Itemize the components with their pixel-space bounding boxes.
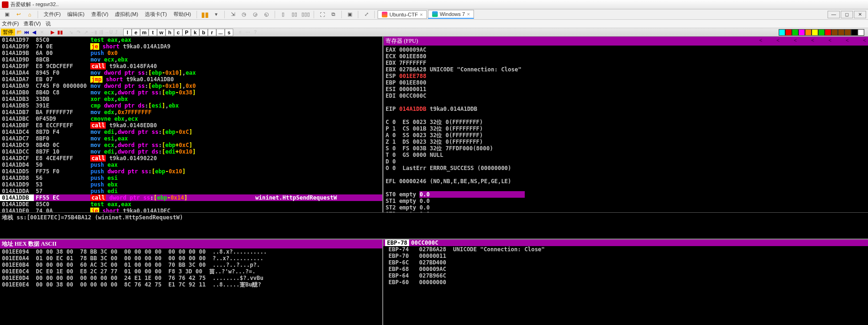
tab-ubuntu[interactable]: Ubuntu-CTF × xyxy=(378,10,427,19)
disasm-row[interactable]: 014A1D9FE8 9CDCFEFFcall t9ka0.0148FA40 xyxy=(0,63,382,70)
disasm-row[interactable]: 014A1DCC8B7F 10mov edi,dword ptr ds:[edi… xyxy=(0,148,382,155)
toolbar-letter-h[interactable]: h xyxy=(166,29,174,36)
menu-tabs[interactable]: 选项卡(T) xyxy=(142,10,170,19)
menu-view[interactable]: 查看(V) xyxy=(88,10,111,19)
hexdump-pane[interactable]: 地址 HEX 数据 ASCII 001EE094 00 00 38 00 78 … xyxy=(0,240,383,325)
toolbar-letter-k[interactable]: k xyxy=(191,29,199,36)
app-menu-file[interactable]: 文件(F) xyxy=(2,20,19,27)
color-brown3[interactable] xyxy=(844,29,851,36)
toolbar-letter-P[interactable]: P xyxy=(182,29,191,36)
color-cyan[interactable] xyxy=(779,29,785,36)
fullscreen-icon[interactable]: ⛶ xyxy=(317,10,327,19)
disasm-row[interactable]: 014A1D9785C0test eax,eax xyxy=(0,37,382,43)
trace-icon[interactable]: ⇶ xyxy=(97,29,105,36)
disasm-row[interactable]: 014A1DA48945 F0mov dword ptr ss:[ebp-0x1… xyxy=(0,70,382,76)
toolbar-letter-s[interactable]: s xyxy=(225,29,233,36)
color-orange[interactable] xyxy=(805,29,812,36)
minimize-button[interactable]: — xyxy=(828,11,840,18)
disasm-row[interactable]: 014A1DD953push ebx xyxy=(0,181,382,188)
snapshot-icon[interactable]: ◷ xyxy=(239,10,249,19)
layout2-icon[interactable]: ▯▯ xyxy=(289,10,300,19)
disasm-row[interactable]: 014A1D9D8BCBmov ecx,ebx xyxy=(0,56,382,63)
send-ctrlaltdel-icon[interactable]: ⇲ xyxy=(228,10,238,19)
disasm-row[interactable]: 014A1DCFE8 4CE4FEFFcall t9ka0.01490220 xyxy=(0,155,382,162)
pause-icon[interactable]: ▮▮ xyxy=(200,10,210,19)
layout1-icon[interactable]: ▯ xyxy=(278,10,288,19)
color-brown2[interactable] xyxy=(838,29,844,36)
app-menu-misc[interactable]: 说 xyxy=(46,20,51,27)
maximize-button[interactable]: ◻ xyxy=(841,11,853,18)
runtill-icon[interactable]: →▮ xyxy=(90,29,97,36)
menu-file[interactable]: 文件(F) xyxy=(41,10,63,19)
color-green2[interactable] xyxy=(818,29,825,36)
app-menu-view[interactable]: 查看(V) xyxy=(24,20,41,27)
disasm-row[interactable]: 014A1DC78BF0mov esi,eax xyxy=(0,135,382,142)
tab-windows[interactable]: Windows 7 × xyxy=(428,10,474,19)
toolbar-letter-w[interactable]: w xyxy=(157,29,166,36)
registers-scroll[interactable]: <<<<<<< xyxy=(759,37,866,45)
list-icon[interactable]: ≡ xyxy=(237,29,244,36)
disasm-row[interactable]: 014A1DBC0F45D9cmovne ebx,ecx xyxy=(0,116,382,122)
disasm-row[interactable]: 014A1DD5FF75 F0push dword ptr ss:[ebp-0x… xyxy=(0,168,382,175)
toolbar-letter-c[interactable]: c xyxy=(174,29,182,36)
disasm-row[interactable]: 014A1DC48B7D F4mov edi,dword ptr ss:[ebp… xyxy=(0,129,382,135)
menu-edit[interactable]: 编辑(E) xyxy=(64,10,87,19)
disasm-row[interactable]: 014A1DBFE8 ECCFFEFFcall t9ka0.0148EDB0 xyxy=(0,122,382,129)
toolbar-letter-r[interactable]: r xyxy=(208,29,216,36)
close-icon[interactable]: × xyxy=(420,12,423,17)
vm-icon[interactable]: ▣ xyxy=(2,10,12,19)
rewind-icon[interactable]: ⏮ xyxy=(23,29,31,36)
help-icon[interactable]: ? xyxy=(252,29,259,36)
unity-icon[interactable]: ⧉ xyxy=(328,10,339,19)
options-icon[interactable]: ⋯ xyxy=(244,29,252,36)
disasm-row[interactable]: 014A1DB7BA FFFFFF7Fmov edx,0x7FFFFFFF xyxy=(0,109,382,116)
color-yellow[interactable] xyxy=(812,29,818,36)
disasm-row[interactable]: 014A1DC98B4D 0Cmov ecx,dword ptr ss:[ebp… xyxy=(0,142,382,148)
toolbar-letter-...[interactable]: ... xyxy=(216,29,225,36)
stack-pane[interactable]: EBP-78 00CC000C EBP-74 027B6A28 UNICODE … xyxy=(383,240,868,325)
close-icon[interactable]: × xyxy=(467,11,470,17)
runtouser-icon[interactable]: →U xyxy=(105,29,112,36)
open-icon[interactable]: 📂 xyxy=(16,29,23,36)
disasm-row[interactable]: 014A1DB333DBxor ebx,ebx xyxy=(0,96,382,102)
snapshot-manager-icon[interactable]: ◵ xyxy=(261,10,272,19)
disasm-row[interactable]: 014A1D9B6A 00push 0x0 xyxy=(0,50,382,56)
stepout-icon[interactable]: ↗ xyxy=(82,29,90,36)
pause-icon[interactable]: ▮▮ xyxy=(56,29,64,36)
close-icon[interactable]: ✕ xyxy=(38,29,46,36)
disasm-row[interactable]: 014A1DB5391Ecmp dword ptr ds:[esi],ebx xyxy=(0,102,382,109)
run-icon[interactable]: ▶ xyxy=(49,29,56,36)
menu-vm[interactable]: 虚拟机(M) xyxy=(112,10,141,19)
disasm-row[interactable]: 014A1D9974 0Eje short t9ka0.014A1DA9 xyxy=(0,43,382,50)
toolbar-letter-e[interactable]: e xyxy=(132,29,140,36)
layout3-icon[interactable]: ▯▯▯ xyxy=(300,10,311,19)
disassembly-pane[interactable]: 014A1D9785C0test eax,eax014A1D9974 0Eje … xyxy=(0,37,383,212)
disasm-row[interactable]: 014A1DE074 0Aje short t9ka0.014A1DEC xyxy=(0,208,382,212)
return-icon[interactable]: ⤴ xyxy=(112,29,120,36)
disasm-row[interactable]: 014A1DD856push esi xyxy=(0,175,382,181)
back-icon[interactable]: ◀ xyxy=(31,29,38,36)
console-icon[interactable]: ▣ xyxy=(345,10,355,19)
registers-pane[interactable]: 寄存器 (FPU) <<<<<<< EAX 000009AC ECX 001EE… xyxy=(383,37,868,212)
color-brown[interactable] xyxy=(831,29,838,36)
toolbar-letter-t[interactable]: t xyxy=(149,29,157,36)
nav-back-icon[interactable]: ↩ xyxy=(13,10,24,19)
color-magenta[interactable] xyxy=(798,29,805,36)
color-red[interactable] xyxy=(785,29,792,36)
stepinto-icon[interactable]: ↘ xyxy=(67,29,75,36)
disasm-row[interactable]: 014A1DDA57push edi xyxy=(0,188,382,194)
close-button[interactable]: ✕ xyxy=(854,11,866,18)
disasm-row[interactable]: 014A1DA9C745 F0 0000000mov dword ptr ss:… xyxy=(0,83,382,89)
color-red2[interactable] xyxy=(825,29,831,36)
color-white[interactable] xyxy=(858,29,864,36)
nav-home-icon[interactable]: ⌂ xyxy=(24,10,35,19)
disasm-row[interactable]: 014A1DDBFF55 ECcall dword ptr ss:[ebp-0x… xyxy=(0,194,382,201)
disasm-row[interactable]: 014A1DDE85C0test eax,eax xyxy=(0,201,382,208)
disasm-row[interactable]: 014A1DD450push eax xyxy=(0,162,382,168)
color-black[interactable] xyxy=(851,29,858,36)
disasm-row[interactable]: 014A1DA7EB 07jmp short t9ka0.014A1DB0 xyxy=(0,76,382,83)
stepover-icon[interactable]: ↷ xyxy=(75,29,82,36)
dropdown-icon[interactable]: ▾ xyxy=(211,10,221,19)
stretch-icon[interactable]: ⤢ xyxy=(361,10,371,19)
disasm-row[interactable]: 014A1DB08B4D C8mov ecx,dword ptr ss:[ebp… xyxy=(0,89,382,96)
